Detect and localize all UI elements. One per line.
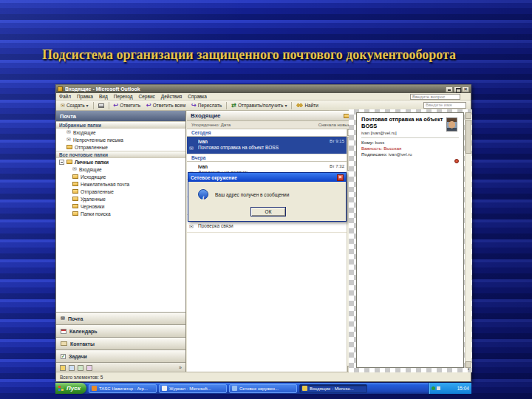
favorite-folder-unread[interactable]: Непрочтенные письма [56, 136, 185, 143]
scroll-up-icon[interactable] [466, 112, 471, 119]
printer-icon [98, 103, 104, 108]
taskbar: Пуск TASC Навигатор - Агр... Журнал - Mi… [55, 383, 471, 394]
info-icon [198, 189, 208, 200]
signed-value: ivan@vel.ru [389, 152, 412, 157]
collapse-expander-icon[interactable] [59, 160, 64, 165]
folder-search[interactable]: Папки поиска [56, 210, 185, 217]
envelope-icon [189, 140, 194, 153]
navigation-pane: Почта Избранные папки Входящие Непрочтен… [56, 111, 186, 372]
chevron-down-icon [284, 103, 287, 108]
folder-drafts[interactable]: Черновики [56, 202, 185, 210]
search-folder-icon [72, 211, 78, 216]
folder-list-icon[interactable] [69, 365, 75, 371]
folder-junk[interactable]: Нежелательная почта [56, 180, 185, 188]
folder-icon [72, 204, 78, 208]
menu-edit[interactable]: Правка [74, 94, 96, 99]
close-button[interactable] [462, 86, 469, 92]
nav-button-tasks[interactable]: Задачи [56, 349, 185, 362]
menu-help[interactable]: Справка [185, 94, 210, 99]
slide-title: Подсистема организации защищенного почто… [42, 47, 515, 63]
navigation-strip [56, 362, 185, 372]
slide: Подсистема организации защищенного почто… [0, 0, 532, 399]
taskbar-button-navigator[interactable]: TASC Навигатор - Агр... [89, 384, 157, 393]
to-label: Кому: [361, 140, 374, 145]
signed-label: Подписано: [361, 152, 387, 157]
dialog-close-icon[interactable] [337, 174, 344, 181]
system-tray: 15:04 [429, 383, 471, 394]
message-list: Входящие Упорядочено: Дата Сначала новые… [187, 111, 354, 372]
mail-icon [61, 316, 65, 321]
toolbar-separator [226, 102, 227, 109]
folder-tree-root[interactable]: Личные папки [56, 158, 185, 166]
minimize-button[interactable] [446, 86, 453, 92]
sort-direction-label[interactable]: Сначала новые [318, 123, 350, 127]
calendar-icon [61, 329, 66, 334]
maximize-button[interactable] [454, 86, 461, 92]
forward-button[interactable]: Переслать [188, 100, 225, 110]
favorite-folder-sent[interactable]: Отправленные [56, 143, 185, 151]
group-header-today[interactable]: Сегодня [187, 129, 353, 137]
folder-outbox[interactable]: Исходящие [56, 173, 185, 180]
reply-button[interactable]: Ответить [111, 100, 144, 110]
reading-pane-overlay: Почтовая отправка на объект BOSS ivan [i… [349, 109, 472, 372]
scroll-down-icon[interactable] [466, 361, 471, 368]
dialog-title: Сетевое окружение [191, 175, 237, 180]
pane-title: Почта [56, 111, 185, 121]
favorite-folder-inbox[interactable]: Входящие [56, 129, 185, 136]
shortcuts-icon[interactable] [78, 365, 83, 371]
app-icon [302, 386, 307, 391]
reading-pane: Почтовая отправка на объект BOSS ivan [i… [356, 112, 464, 368]
folder-sent[interactable]: Отправленные [56, 188, 185, 195]
chevron-down-icon [86, 103, 89, 108]
nav-button-mail[interactable]: Почта [56, 312, 185, 324]
envelope-icon [66, 129, 71, 135]
tray-volume-icon[interactable] [437, 386, 440, 390]
menu-go[interactable]: Переход [111, 94, 136, 99]
menu-view[interactable]: Вид [96, 94, 111, 99]
screenshot: Входящие - Microsoft Outlook Файл Правка… [55, 84, 471, 394]
nav-button-calendar[interactable]: Календарь [56, 324, 185, 337]
window-titlebar[interactable]: Входящие - Microsoft Outlook [56, 85, 471, 93]
tray-clock[interactable]: 15:04 [457, 386, 469, 391]
app-icon [92, 386, 97, 391]
journal-icon[interactable] [86, 365, 92, 371]
taskbar-button-outlook[interactable]: Входящие - Microso... [299, 384, 367, 393]
find-button[interactable]: Найти [293, 101, 321, 109]
dialog-titlebar[interactable]: Сетевое окружение [188, 173, 346, 182]
reply-all-button[interactable]: Ответить всем [143, 100, 188, 110]
more-buttons-icon[interactable] [179, 365, 182, 370]
start-button[interactable]: Пуск [55, 383, 86, 394]
message-row[interactable]: ivan Вт 9:15 Почтовая отправка на объект… [187, 137, 353, 154]
reading-pane-scrollbar[interactable] [465, 112, 471, 368]
tray-status-icon[interactable] [432, 386, 435, 390]
taskbar-button-journal[interactable]: Журнал - Microsoft... [159, 384, 227, 393]
signature-ribbon-icon[interactable] [454, 159, 459, 163]
nav-button-contacts[interactable]: Контакты [56, 337, 185, 349]
menu-tools[interactable]: Сервис [136, 94, 158, 99]
message-subject-line1: Почтовая отправка на объект [361, 116, 459, 123]
toolbar-separator [93, 102, 94, 109]
print-button[interactable] [95, 102, 107, 109]
ask-question-input[interactable]: Введите вопрос [410, 94, 460, 100]
taskbar-button-network[interactable]: Сетевое окружен... [229, 384, 297, 393]
menu-file[interactable]: Файл [56, 94, 74, 99]
to-value: boss [375, 140, 385, 145]
scroll-thumb[interactable] [466, 120, 471, 154]
folder-inbox[interactable]: Входящие [56, 166, 185, 173]
dialog-ok-button[interactable]: ОК [250, 207, 286, 216]
contact-search-input[interactable]: Введите имя [423, 102, 466, 109]
notes-icon[interactable] [60, 365, 66, 371]
message-subject-line2: BOSS [361, 123, 459, 129]
send-receive-button[interactable]: Отправить/получить [228, 100, 290, 110]
sort-by-label[interactable]: Упорядочено: Дата [191, 123, 231, 127]
all-folders-header[interactable]: Все почтовые папки [56, 151, 185, 158]
sort-bar[interactable]: Упорядочено: Дата Сначала новые [187, 121, 353, 129]
tasks-icon [61, 354, 66, 359]
favorites-header[interactable]: Избранные папки [56, 121, 185, 129]
menu-actions[interactable]: Действия [158, 94, 185, 99]
new-envelope-icon [61, 103, 65, 109]
new-mail-button[interactable]: Создать [58, 101, 92, 110]
folder-deleted[interactable]: Удаленные [56, 195, 185, 202]
group-header-yesterday[interactable]: Вчера [187, 154, 353, 162]
outlook-window: Входящие - Microsoft Outlook Файл Правка… [55, 84, 471, 382]
